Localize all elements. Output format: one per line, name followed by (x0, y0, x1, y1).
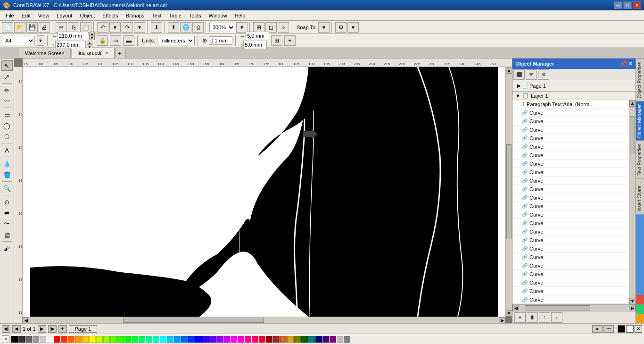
objmgr-options-btn[interactable]: ⚙ (538, 69, 549, 80)
view3-btn[interactable]: ○ (278, 22, 289, 33)
redo-btn[interactable]: ↷ (122, 22, 133, 33)
ruler-origin-btn[interactable]: ⊞ (271, 35, 282, 46)
view2-btn[interactable]: ◻ (265, 22, 277, 33)
obj-item-curve-20[interactable]: 🔗 Curve (512, 270, 629, 278)
tool-ellipse[interactable]: ◯ (1, 120, 13, 131)
color-cell[interactable] (315, 336, 322, 343)
next-page-btn[interactable]: ▶ (38, 325, 46, 333)
obj-item-curve-10[interactable]: 🔗 Curve (512, 185, 629, 193)
scroll-v-thumb[interactable] (506, 144, 512, 239)
move-up-btn[interactable]: ↑ (539, 312, 550, 323)
color-cell[interactable] (259, 336, 265, 343)
page-1-tab-btn[interactable]: Page 1 (69, 325, 98, 333)
menu-help[interactable]: Help (231, 12, 249, 19)
color-cell[interactable] (344, 336, 350, 343)
objmgr-pin-btn[interactable]: 📌 (620, 60, 627, 67)
scroll-left-btn[interactable]: ◀ (23, 317, 29, 324)
tool-zoom[interactable]: 🔍 (1, 183, 13, 193)
color-cell[interactable] (103, 336, 110, 343)
color-cell[interactable] (18, 336, 25, 343)
objmgr-scroll-left-btn[interactable]: ◀ (512, 305, 519, 311)
last-page-btn[interactable]: |▶ (48, 325, 57, 333)
obj-item-curve-4[interactable]: 🔗 Curve (512, 134, 629, 143)
menu-edit[interactable]: Edit (18, 12, 34, 19)
color-cell[interactable] (209, 336, 216, 343)
color-cell[interactable] (195, 336, 202, 343)
prev-page-btn[interactable]: ◀ (12, 325, 21, 333)
tab-object-properties[interactable]: Object Properties (636, 59, 644, 101)
paste-btn[interactable]: 📋 (80, 22, 91, 33)
new-btn[interactable]: 📄 (2, 22, 13, 33)
menu-tools[interactable]: Tools (185, 12, 205, 19)
width-down-btn[interactable]: ▼ (89, 36, 95, 40)
export-btn[interactable]: ⬆ (168, 22, 179, 33)
menu-file[interactable]: File (2, 12, 18, 19)
color-cell[interactable] (89, 336, 96, 343)
obj-item-curve-7[interactable]: 🔗 Curve (512, 159, 629, 168)
color-cell[interactable] (160, 336, 166, 343)
horizontal-scrollbar[interactable]: ◀ ▶ (23, 317, 505, 323)
options2-btn[interactable]: ▾ (347, 22, 359, 33)
tool-subselect[interactable]: ↗ (1, 71, 13, 82)
width-input[interactable] (58, 32, 88, 40)
tab-welcome[interactable]: Welcome Screen (19, 48, 71, 58)
open-btn[interactable]: 📂 (14, 22, 25, 33)
y-size-input[interactable] (243, 41, 267, 49)
add-page-btn[interactable]: + (58, 325, 67, 333)
landscape-btn[interactable]: ▬ (123, 35, 134, 46)
color-cell[interactable] (47, 336, 53, 343)
move-down-btn[interactable]: ↓ (551, 312, 562, 323)
color-cell[interactable] (287, 336, 294, 343)
color-cell[interactable] (245, 336, 251, 343)
del-layer-btn[interactable]: 🗑 (527, 312, 538, 323)
page-size-list-btn[interactable]: ▾ (37, 35, 44, 46)
tool-distort[interactable]: 〜 (1, 218, 13, 229)
color-cell[interactable] (202, 336, 209, 343)
obj-item-paragraph-text[interactable]: T Paragraph Text:Arial (Norm... (512, 100, 629, 109)
color-cell[interactable] (174, 336, 181, 343)
color-cell[interactable] (322, 336, 329, 343)
color-cell[interactable] (124, 336, 131, 343)
color-cell[interactable] (54, 336, 60, 343)
close-button[interactable]: ✕ (633, 1, 641, 9)
color-cell[interactable] (167, 336, 173, 343)
snap-btn[interactable]: ▾ (318, 22, 330, 33)
color-red-tab[interactable] (636, 295, 644, 304)
import-btn[interactable]: ⬇ (151, 22, 162, 33)
publish-btn[interactable]: 🌐 (180, 22, 191, 33)
tab-insert-char[interactable]: Insert Chara... (636, 178, 644, 214)
first-page-btn[interactable]: ◀| (2, 325, 10, 333)
color-cell[interactable] (223, 336, 230, 343)
menu-table[interactable]: Table (165, 12, 185, 19)
color-cell[interactable] (110, 336, 117, 343)
scroll-down-btn[interactable]: ▼ (506, 310, 512, 317)
color-cell[interactable] (294, 336, 301, 343)
color-cell[interactable] (61, 336, 67, 343)
obj-item-curve-15[interactable]: 🔗 Curve (512, 227, 629, 236)
redo-list-btn[interactable]: ▾ (134, 22, 145, 33)
obj-item-curve-16[interactable]: 🔗 Curve (512, 236, 629, 244)
zoom-list-btn[interactable]: ▾ (236, 22, 248, 33)
color-cell[interactable] (231, 336, 237, 343)
zoom-combo[interactable]: 300% 200% 150% 100% 75% 50% (209, 23, 235, 32)
no-fill-swatch[interactable]: ✕ (635, 325, 642, 333)
color-cell[interactable] (252, 336, 258, 343)
color-cell[interactable] (181, 336, 188, 343)
color-cell[interactable] (132, 336, 138, 343)
print-btn[interactable]: 🖨 (39, 22, 50, 33)
object-manager-hscrollbar[interactable]: ◀ ▶ (512, 304, 636, 311)
color-cell[interactable] (96, 336, 103, 343)
node-tool-btn[interactable]: ● (592, 325, 603, 333)
obj-item-curve-9[interactable]: 🔗 Curve (512, 176, 629, 185)
tool-paint[interactable]: 🖌 (1, 243, 13, 253)
tool-contour[interactable]: ⊙ (1, 197, 13, 207)
scroll-right-btn[interactable]: ▶ (499, 317, 505, 324)
menu-text[interactable]: Text (148, 12, 165, 19)
width-up-btn[interactable]: ▲ (89, 32, 95, 36)
color-yellow-tab[interactable] (636, 314, 644, 323)
obj-item-curve-11[interactable]: 🔗 Curve (512, 193, 629, 202)
print2-btn[interactable]: ⎙ (192, 22, 204, 33)
color-cell[interactable] (40, 336, 46, 343)
objmgr-close-btn[interactable]: ✕ (628, 60, 633, 67)
canvas[interactable] (23, 67, 505, 317)
